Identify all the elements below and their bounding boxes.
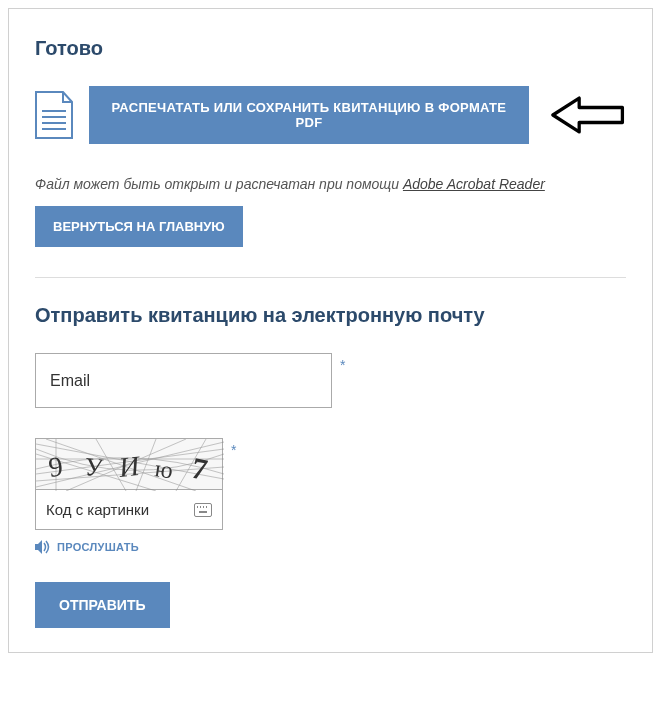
captcha-input[interactable] [46,501,186,518]
required-mark: * [231,442,236,458]
svg-text:9: 9 [47,450,65,483]
listen-button[interactable]: ПРОСЛУШАТЬ [35,540,626,554]
svg-marker-5 [553,98,623,132]
captcha-image-row: 9 У И ю 7 * [35,438,626,490]
document-icon [35,91,73,139]
svg-text:ю: ю [153,455,174,483]
print-pdf-button[interactable]: РАСПЕЧАТАТЬ ИЛИ СОХРАНИТЬ КВИТАНЦИЮ В ФО… [89,86,529,144]
svg-text:И: И [116,450,142,483]
submit-button[interactable]: ОТПРАВИТЬ [35,582,170,628]
svg-text:У: У [83,452,104,483]
print-row: РАСПЕЧАТАТЬ ИЛИ СОХРАНИТЬ КВИТАНЦИЮ В ФО… [35,86,626,144]
keyboard-icon[interactable] [194,503,212,517]
acrobat-reader-link[interactable]: Adobe Acrobat Reader [403,176,545,192]
required-mark: * [340,357,345,373]
help-text-prefix: Файл может быть открыт и распечатан при … [35,176,403,192]
receipt-panel: Готово РАСПЕЧАТАТЬ ИЛИ СОХРАНИТЬ КВИТАНЦ… [8,8,653,653]
back-home-button[interactable]: ВЕРНУТЬСЯ НА ГЛАВНУЮ [35,206,243,247]
divider [35,277,626,278]
speaker-icon [35,540,51,554]
email-field[interactable] [35,353,332,408]
svg-marker-0 [36,92,72,138]
ready-heading: Готово [35,37,626,60]
email-field-row: * [35,353,626,408]
help-text: Файл может быть открыт и распечатан при … [35,176,626,192]
captcha-input-wrap [35,490,223,530]
svg-text:7: 7 [189,451,211,486]
svg-marker-23 [35,540,42,554]
captcha-block: 9 У И ю 7 * [35,438,626,530]
send-heading: Отправить квитанцию на электронную почту [35,304,626,327]
listen-label: ПРОСЛУШАТЬ [57,541,139,553]
captcha-image: 9 У И ю 7 [35,438,223,490]
arrow-left-icon [551,93,626,137]
